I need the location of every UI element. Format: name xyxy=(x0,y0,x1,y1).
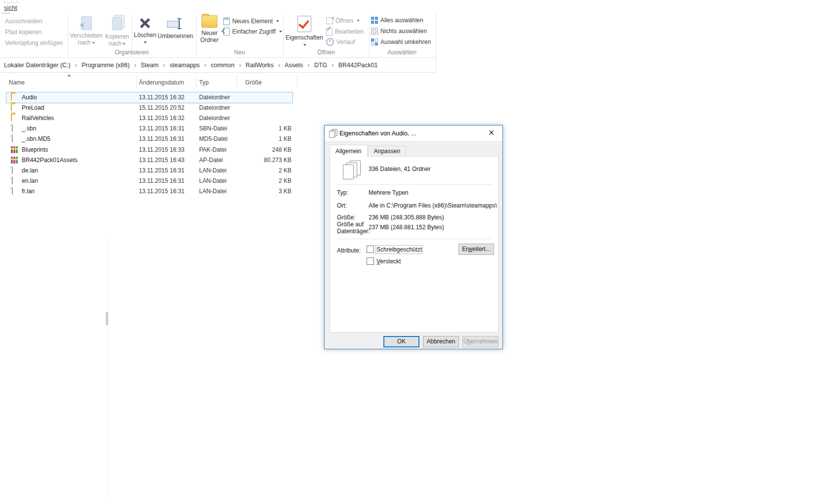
archive-icon xyxy=(11,146,19,153)
properties-button[interactable]: Eigenschaften xyxy=(285,15,324,48)
breadcrumb-item[interactable]: Assets xyxy=(285,62,303,69)
properties-dialog: Eigenschaften von Audio, ... × Allgemein… xyxy=(324,125,503,349)
new-item-button[interactable]: Neues Element xyxy=(223,17,279,25)
file-date: 13.11.2015 16:33 xyxy=(139,146,185,153)
file-type: Dateiordner xyxy=(199,115,230,122)
new-folder-button[interactable]: Neuer Ordner xyxy=(198,15,221,43)
sort-ascending-icon xyxy=(67,74,71,77)
multi-file-icon xyxy=(329,129,338,137)
edit-icon xyxy=(326,28,332,36)
folder-icon xyxy=(11,93,12,100)
history-button[interactable]: Verlauf xyxy=(326,38,355,46)
file-size: 1 KB xyxy=(219,135,291,142)
breadcrumb-item[interactable]: Lokaler Datenträger (C:) xyxy=(4,62,71,69)
column-header-type[interactable]: Typ xyxy=(199,79,208,86)
archive-icon xyxy=(11,156,19,164)
column-separator[interactable] xyxy=(196,76,197,88)
field-value-groesse-datentraeger: 237 MB (248.881.152 Bytes) xyxy=(369,224,497,231)
column-header-date[interactable]: Änderungsdatum xyxy=(139,79,184,86)
open-icon xyxy=(326,17,333,24)
ribbon-separator xyxy=(283,15,284,56)
file-icon xyxy=(11,125,13,131)
file-date: 13.11.2015 16:43 xyxy=(139,157,185,164)
breadcrumb-item[interactable]: Programme (x86) xyxy=(82,62,129,69)
breadcrumb: Lokaler Datenträger (C:)›Programme (x86)… xyxy=(4,61,378,69)
file-type: Dateiordner xyxy=(199,104,230,111)
column-separator[interactable] xyxy=(136,76,137,88)
open-button[interactable]: Öffnen xyxy=(326,17,360,24)
breadcrumb-separator-icon: › xyxy=(332,61,333,69)
paste-shortcut-button[interactable]: Verknüpfung einfügen xyxy=(5,40,63,46)
field-value-groesse: 236 MB (248.305.888 Bytes) xyxy=(369,214,497,221)
select-none-button[interactable]: Nichts auswählen xyxy=(371,28,427,35)
ribbon-separator xyxy=(369,15,370,56)
folder-icon xyxy=(11,104,12,111)
cut-button[interactable]: Ausschneiden xyxy=(5,18,42,25)
breadcrumb-item[interactable]: DTG xyxy=(314,62,327,69)
copy-path-button[interactable]: Pfad kopieren xyxy=(5,29,42,36)
file-row[interactable]: de.lan13.11.2015 16:31LAN-Datei2 KB xyxy=(6,166,292,176)
dialog-title: Eigenschaften von Audio, ... xyxy=(339,130,416,137)
file-row[interactable]: en.lan13.11.2015 16:31LAN-Datei2 KB xyxy=(6,176,292,186)
breadcrumb-item[interactable]: steamapps xyxy=(169,62,200,69)
file-icon xyxy=(11,177,13,184)
column-header-name[interactable]: Name xyxy=(9,79,25,86)
breadcrumb-item[interactable]: common xyxy=(211,62,235,69)
tab-allgemein[interactable]: Allgemein xyxy=(330,145,368,157)
file-size: 248 KB xyxy=(219,146,291,153)
breadcrumb-item[interactable]: BR442Pack01 xyxy=(338,62,378,69)
file-type: Dateiordner xyxy=(199,94,230,101)
breadcrumb-item[interactable]: RailWorks xyxy=(246,62,274,69)
hidden-checkbox-label[interactable]: Versteckt xyxy=(376,258,401,265)
rename-button[interactable]: Umbenennen xyxy=(157,15,194,40)
file-row[interactable]: Blueprints13.11.2015 16:33PAK-Datei248 K… xyxy=(6,145,292,155)
tab-anpassen[interactable]: Anpassen xyxy=(368,146,406,157)
invert-selection-icon xyxy=(371,39,378,45)
file-row[interactable]: fr.lan13.11.2015 16:31LAN-Datei3 KB xyxy=(6,186,292,197)
file-row[interactable]: _.sbn13.11.2015 16:31SBN-Datei1 KB xyxy=(6,124,292,134)
file-row[interactable]: Audio13.11.2015 16:32Dateiordner xyxy=(6,92,293,103)
hidden-checkbox-row: Versteckt xyxy=(367,257,401,265)
column-header-size[interactable]: Größe xyxy=(245,79,262,86)
ribbon: Ausschneiden Pfad kopieren Verknüpfung e… xyxy=(0,13,436,58)
select-all-button[interactable]: Alles auswählen xyxy=(371,17,423,24)
file-row[interactable]: _.sbn.MD513.11.2015 16:31MD5-Datei1 KB xyxy=(6,134,292,144)
field-value-ort: Alle in C:\Program Files (x86)\Steam\ste… xyxy=(369,202,497,209)
breadcrumb-item[interactable]: Steam xyxy=(141,62,159,69)
file-date: 13.11.2015 16:31 xyxy=(139,135,185,142)
file-icon xyxy=(11,187,13,194)
move-to-button[interactable]: Verschieben nach xyxy=(69,15,103,46)
field-label-groesse-datentraeger: Größe auf Datenträger: xyxy=(337,221,370,235)
scrollbar-thumb-artifact[interactable] xyxy=(106,312,108,325)
readonly-checkbox[interactable] xyxy=(367,246,374,253)
cancel-button[interactable]: Abbrechen xyxy=(423,336,459,347)
delete-button[interactable]: Löschen xyxy=(134,15,156,45)
file-row[interactable]: RailVehicles13.11.2015 16:32Dateiordner xyxy=(6,113,292,124)
new-item-icon xyxy=(223,17,230,25)
copy-to-button[interactable]: Kopieren nach xyxy=(104,15,130,47)
invert-selection-button[interactable]: Auswahl umkehren xyxy=(371,39,431,45)
edit-button[interactable]: Bearbeiten xyxy=(326,28,364,36)
file-date: 15.11.2015 20:52 xyxy=(139,104,185,111)
rename-icon xyxy=(167,18,184,30)
group-label-neu: Neu xyxy=(198,49,281,56)
file-row[interactable]: PreLoad15.11.2015 20:52Dateiordner xyxy=(6,103,292,113)
easy-access-button[interactable]: Einfacher Zugriff xyxy=(223,28,282,36)
readonly-checkbox-row: Schreibgeschützt xyxy=(367,246,422,253)
ribbon-tab-ansicht-partial[interactable]: sicht xyxy=(4,4,17,11)
file-row[interactable]: BR442Pack01Assets13.11.2015 16:43AP-Date… xyxy=(6,155,292,166)
ok-button[interactable]: OK xyxy=(383,336,419,347)
readonly-checkbox-label[interactable]: Schreibgeschützt xyxy=(376,246,422,253)
breadcrumb-separator-icon: › xyxy=(75,61,77,69)
divider xyxy=(337,239,492,239)
screen: sicht A Ausschneiden Pfad kopieren Verkn… xyxy=(0,0,830,504)
hidden-checkbox[interactable] xyxy=(367,257,374,265)
advanced-button[interactable]: Erweitert... xyxy=(458,244,494,255)
dialog-titlebar[interactable]: Eigenschaften von Audio, ... × xyxy=(325,126,502,141)
file-name: PreLoad xyxy=(22,104,44,111)
column-separator[interactable] xyxy=(297,76,297,88)
apply-button[interactable]: Übernehmen xyxy=(462,336,498,347)
column-separator[interactable] xyxy=(237,76,237,88)
close-icon[interactable]: × xyxy=(480,126,502,140)
file-name: BR442Pack01Assets xyxy=(22,157,78,164)
